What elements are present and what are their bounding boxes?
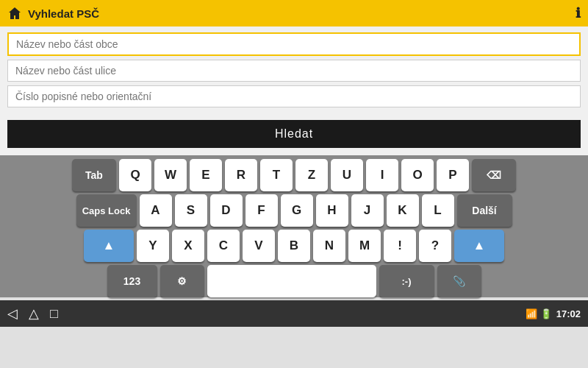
key-space[interactable] [207, 265, 376, 297]
key-h[interactable]: H [316, 194, 348, 227]
search-button[interactable]: Hledat [7, 120, 581, 148]
key-u[interactable]: U [331, 159, 363, 191]
key-g[interactable]: G [281, 194, 313, 227]
key-shift-right[interactable]: ▲ [454, 230, 504, 262]
search-btn-area: Hledat [0, 114, 588, 155]
key-exclaim[interactable]: ! [384, 230, 416, 262]
key-gear[interactable]: ⚙ [160, 265, 204, 297]
search-field-3[interactable] [7, 85, 581, 107]
search-field-2[interactable] [7, 60, 581, 82]
bottom-bar: ◁ △ □ 📶 🔋 17:02 [0, 300, 588, 327]
status-icons: 📶 🔋 [526, 308, 552, 319]
key-i[interactable]: I [366, 159, 398, 191]
key-a[interactable]: A [140, 194, 172, 227]
key-c[interactable]: C [207, 230, 240, 262]
nav-back-icon[interactable]: ◁ [7, 305, 18, 322]
key-question[interactable]: ? [419, 230, 451, 262]
keyboard: Tab Q W E R T Z U I O P ⌫ Caps Lock A S … [0, 155, 588, 297]
nav-home-icon[interactable]: △ [29, 305, 39, 322]
keyboard-row-3: ▲ Y X C V B N M ! ? ▲ [3, 230, 585, 262]
key-b[interactable]: B [278, 230, 310, 262]
info-icon[interactable]: ℹ [576, 5, 581, 21]
key-k[interactable]: K [387, 194, 419, 227]
home-icon [7, 6, 22, 21]
key-j[interactable]: J [351, 194, 384, 227]
key-n[interactable]: N [313, 230, 345, 262]
nav-icons: ◁ △ □ [7, 305, 58, 322]
nav-recents-icon[interactable]: □ [50, 306, 58, 322]
key-clip[interactable]: 📎 [437, 265, 481, 297]
key-dalsi[interactable]: Další [457, 194, 512, 227]
key-m[interactable]: M [348, 230, 381, 262]
page-title: Vyhledat PSČ [28, 7, 99, 20]
key-capslock[interactable]: Caps Lock [76, 194, 137, 227]
keyboard-row-2: Caps Lock A S D F G H J K L Další [3, 194, 585, 227]
key-d[interactable]: D [210, 194, 243, 227]
key-s[interactable]: S [175, 194, 207, 227]
key-t[interactable]: T [260, 159, 293, 191]
key-backspace[interactable]: ⌫ [472, 159, 516, 191]
keyboard-row-4: 123 ⚙ :-) 📎 [3, 265, 585, 297]
search-field-1[interactable] [7, 32, 581, 56]
search-area [0, 26, 588, 114]
key-z[interactable]: Z [295, 159, 328, 191]
key-x[interactable]: X [172, 230, 204, 262]
key-shift-left[interactable]: ▲ [84, 230, 134, 262]
key-smiley[interactable]: :-) [379, 265, 434, 297]
clock: 17:02 [556, 308, 581, 319]
header: Vyhledat PSČ ℹ [0, 0, 588, 26]
key-v[interactable]: V [243, 230, 275, 262]
key-tab[interactable]: Tab [72, 159, 116, 191]
key-l[interactable]: L [422, 194, 454, 227]
key-p[interactable]: P [437, 159, 469, 191]
key-e[interactable]: E [190, 159, 222, 191]
key-f[interactable]: F [245, 194, 278, 227]
key-q[interactable]: Q [119, 159, 151, 191]
title-area: Vyhledat PSČ [7, 6, 99, 21]
key-r[interactable]: R [225, 159, 257, 191]
key-o[interactable]: O [401, 159, 434, 191]
key-w[interactable]: W [154, 159, 187, 191]
status-area: 📶 🔋 17:02 [526, 308, 581, 319]
keyboard-row-1: Tab Q W E R T Z U I O P ⌫ [3, 159, 585, 191]
key-y[interactable]: Y [137, 230, 169, 262]
key-numbers[interactable]: 123 [107, 265, 157, 297]
